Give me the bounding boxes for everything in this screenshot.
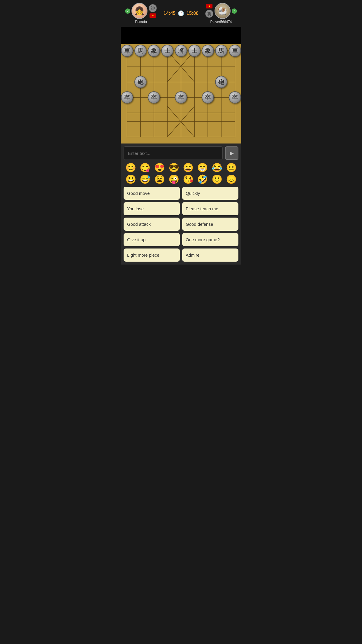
send-button[interactable]: ▶ [225,146,238,160]
piece-ma-1-0[interactable]: 馬 [134,45,147,57]
emoji-row-1: 😊 😋 😍 😎 😄 😁 😂 😐 [124,163,238,172]
phrase-admire[interactable]: Admire [182,249,238,262]
svg-line-20 [167,106,194,137]
emoji-0-5[interactable]: 😁 [197,163,208,172]
emoji-0-4[interactable]: 😄 [183,163,194,172]
piece-shi-5-0[interactable]: 士 [188,45,201,57]
timer-section: 14:45 🕐 15:00 [164,10,198,17]
clock-icon: 🕐 [178,10,184,17]
piece-xiang-2-0[interactable]: 象 [148,45,160,57]
player1-check-icon: ✓ [125,8,130,14]
player2-flag: ★ [206,4,212,8]
piece-che-0-0[interactable]: 車 [121,45,133,57]
input-row: ▶ [124,146,238,160]
timer2: 15:00 [187,11,198,16]
piece-zu-4-3[interactable]: 卒 [175,91,187,104]
emoji-1-5[interactable]: 🤣 [197,175,208,184]
piece-pao-1-2[interactable]: 砲 [134,76,147,88]
emoji-1-4[interactable]: 😘 [183,175,194,184]
emoji-row-2: 😃 😅 😫 😜 😘 🤣 🙂 😞 [124,175,238,184]
top-spacer [121,27,241,44]
emoji-1-6[interactable]: 🙂 [212,175,222,184]
phrase-good-attack[interactable]: Good attack [124,218,180,231]
piece-shi-3-0[interactable]: 士 [161,45,173,57]
player1-name: Pucado [135,20,147,24]
emoji-1-1[interactable]: 😅 [140,175,150,184]
phrases-grid: Good move Quickly You lose Please teach … [124,187,238,262]
phrase-good-defense[interactable]: Good defense [182,218,238,231]
emoji-0-7[interactable]: 😐 [226,163,237,172]
svg-line-19 [167,106,194,137]
emoji-1-2[interactable]: 😫 [154,175,165,184]
emoji-1-0[interactable]: 😃 [125,175,136,184]
emoji-0-6[interactable]: 😂 [212,163,222,172]
piece-pao-7-2[interactable]: 砲 [215,76,227,88]
player2-name: Player566474 [210,20,232,24]
phrase-one-more-game[interactable]: One more game? [182,233,238,246]
emoji-1-7[interactable]: 😞 [226,175,237,184]
game-header: ✓ 👧 帥 ★ Pucado 14:45 🕐 15:00 [121,0,241,27]
piece-zu-2-3[interactable]: 卒 [148,91,160,104]
phrase-light-more-piece[interactable]: Light more piece [124,249,180,262]
send-icon: ▶ [230,150,234,156]
player1-piece-badge: 帥 [149,4,157,12]
player2-info: ★ 將 🐏 ✓ Player566474 [205,3,237,24]
chat-area: ▶ 😊 😋 😍 😎 😄 😁 😂 😐 😃 😅 😫 😜 😘 🤣 🙂 😞 Good m… [121,144,241,265]
emoji-0-3[interactable]: 😎 [168,163,179,172]
emoji-0-1[interactable]: 😋 [140,163,150,172]
chat-input[interactable] [124,146,223,160]
player2-check-icon: ✓ [232,8,237,14]
phrase-please-teach-me[interactable]: Please teach me [182,202,238,215]
player1-flag: ★ [150,13,156,18]
piece-che-8-0[interactable]: 車 [229,45,241,57]
piece-zu-6-3[interactable]: 卒 [202,91,214,104]
piece-ma-7-0[interactable]: 馬 [215,45,227,57]
player1-info: ✓ 👧 帥 ★ Pucado [125,3,157,24]
emoji-1-3[interactable]: 😜 [168,175,179,184]
piece-zu-0-3[interactable]: 卒 [121,91,133,104]
chess-board[interactable]: 車 馬 象 士 將 士 象 馬 車 砲 砲 卒 卒 卒 卒 卒 [121,44,241,144]
emoji-0-0[interactable]: 😊 [125,163,136,172]
piece-xiang-6-0[interactable]: 象 [202,45,214,57]
timer1: 14:45 [164,11,175,16]
phrase-good-move[interactable]: Good move [124,187,180,200]
emoji-0-2[interactable]: 😍 [154,163,165,172]
phrase-give-it-up[interactable]: Give it up [124,233,180,246]
player2-piece-badge: 將 [205,10,213,18]
phrase-you-lose[interactable]: You lose [124,202,180,215]
phrase-quickly[interactable]: Quickly [182,187,238,200]
player1-avatar: 👧 [131,3,147,19]
piece-jiang-4-0[interactable]: 將 [175,45,187,57]
player2-avatar: 🐏 [215,3,231,19]
piece-zu-8-3[interactable]: 卒 [229,91,241,104]
